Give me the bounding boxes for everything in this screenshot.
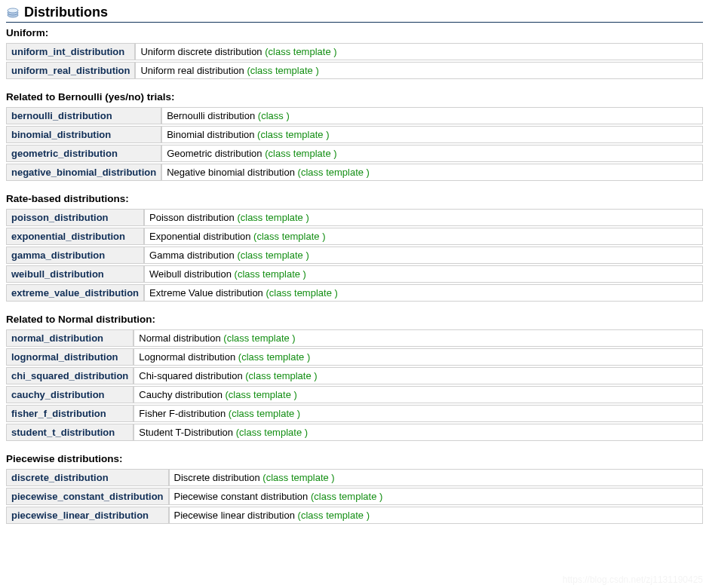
table-row: extreme_value_distributionExtreme Value …: [6, 284, 703, 302]
type-info: (class ): [258, 110, 290, 121]
distribution-link[interactable]: extreme_value_distribution: [11, 287, 139, 299]
section-heading: Piecewise distributions:: [6, 453, 703, 464]
distribution-link[interactable]: binomial_distribution: [11, 129, 111, 140]
type-info: (class template ): [265, 46, 336, 57]
name-cell: exponential_distribution: [6, 228, 144, 245]
distribution-link[interactable]: negative_binomial_distribution: [11, 167, 156, 178]
name-cell: chi_squared_distribution: [6, 367, 134, 384]
description-cell: Discrete distribution (class template ): [169, 469, 703, 486]
type-info: (class template ): [265, 148, 336, 159]
type-info: (class template ): [237, 212, 308, 223]
svg-point-2: [8, 8, 18, 13]
description-text: Weibull distribution: [149, 268, 232, 280]
distribution-link[interactable]: uniform_int_distribution: [11, 46, 124, 57]
description-text: Extreme Value distribution: [149, 287, 263, 299]
type-info: (class template ): [238, 351, 310, 363]
name-cell: negative_binomial_distribution: [6, 164, 161, 181]
distribution-link[interactable]: discrete_distribution: [11, 472, 109, 483]
name-cell: uniform_real_distribution: [6, 62, 135, 79]
type-info: (class template ): [298, 510, 370, 521]
description-cell: Piecewise constant distribution (class t…: [169, 488, 703, 505]
type-info: (class template ): [298, 167, 370, 178]
description-cell: Geometric distribution (class template ): [161, 145, 703, 162]
page-title: Distributions: [24, 5, 108, 20]
distribution-link[interactable]: piecewise_linear_distribution: [11, 510, 149, 521]
description-text: Lognormal distribution: [139, 351, 235, 363]
table-row: binomial_distributionBinomial distributi…: [6, 126, 703, 143]
distribution-table: uniform_int_distributionUniform discrete…: [6, 41, 703, 81]
description-text: Chi-squared distribution: [139, 370, 242, 381]
description-text: Discrete distribution: [174, 472, 260, 483]
table-row: piecewise_constant_distributionPiecewise…: [6, 488, 703, 505]
description-text: Geometric distribution: [167, 148, 262, 159]
table-row: fisher_f_distributionFisher F-distributi…: [6, 405, 703, 422]
distribution-link[interactable]: chi_squared_distribution: [11, 370, 128, 381]
name-cell: normal_distribution: [6, 329, 134, 347]
distribution-link[interactable]: uniform_real_distribution: [11, 65, 130, 76]
type-info: (class template ): [311, 491, 382, 502]
name-cell: piecewise_constant_distribution: [6, 488, 169, 505]
name-cell: student_t_distribution: [6, 424, 134, 441]
description-text: Exponential distribution: [149, 231, 250, 242]
description-text: Gamma distribution: [149, 250, 235, 261]
description-text: Fisher F-distribution: [139, 408, 226, 419]
table-row: poisson_distributionPoisson distribution…: [6, 209, 703, 226]
description-cell: Negative binomial distribution (class te…: [161, 164, 703, 181]
description-cell: Gamma distribution (class template ): [144, 247, 703, 264]
description-cell: Piecewise linear distribution (class tem…: [169, 507, 703, 524]
description-cell: Weibull distribution (class template ): [144, 265, 703, 283]
distribution-link[interactable]: student_t_distribution: [11, 427, 115, 438]
name-cell: extreme_value_distribution: [6, 284, 144, 302]
table-row: exponential_distributionExponential dist…: [6, 228, 703, 245]
description-cell: Normal distribution (class template ): [134, 329, 703, 347]
description-text: Bernoulli distribution: [167, 110, 255, 121]
description-text: Uniform discrete distribution: [140, 46, 262, 57]
description-cell: Student T-Distribution (class template ): [134, 424, 703, 441]
layers-icon: [6, 8, 20, 18]
description-text: Piecewise constant distribution: [174, 491, 308, 502]
description-cell: Poisson distribution (class template ): [144, 209, 703, 226]
distribution-link[interactable]: bernoulli_distribution: [11, 110, 112, 121]
distribution-link[interactable]: gamma_distribution: [11, 250, 105, 261]
description-cell: Extreme Value distribution (class templa…: [144, 284, 703, 302]
section-heading: Related to Bernoulli (yes/no) trials:: [6, 91, 703, 103]
distribution-link[interactable]: piecewise_constant_distribution: [11, 491, 164, 502]
description-cell: Cauchy distribution (class template ): [134, 386, 703, 403]
type-info: (class template ): [265, 287, 337, 299]
name-cell: fisher_f_distribution: [6, 405, 134, 422]
table-row: normal_distributionNormal distribution (…: [6, 329, 703, 347]
type-info: (class template ): [236, 427, 308, 438]
description-cell: Chi-squared distribution (class template…: [134, 367, 703, 384]
distribution-link[interactable]: lognormal_distribution: [11, 351, 118, 363]
description-text: Poisson distribution: [149, 212, 235, 223]
distribution-link[interactable]: cauchy_distribution: [11, 389, 105, 400]
distribution-link[interactable]: normal_distribution: [11, 332, 103, 344]
description-text: Cauchy distribution: [139, 389, 223, 400]
type-info: (class template ): [235, 268, 306, 280]
description-text: Uniform real distribution: [140, 65, 244, 76]
distribution-link[interactable]: fisher_f_distribution: [11, 408, 106, 419]
description-text: Normal distribution: [139, 332, 220, 344]
description-cell: Exponential distribution (class template…: [144, 228, 703, 245]
name-cell: gamma_distribution: [6, 247, 144, 264]
type-info: (class template ): [257, 129, 329, 140]
distribution-link[interactable]: exponential_distribution: [11, 231, 125, 242]
type-info: (class template ): [247, 65, 318, 76]
distribution-link[interactable]: weibull_distribution: [11, 268, 104, 280]
table-row: chi_squared_distributionChi-squared dist…: [6, 367, 703, 384]
name-cell: weibull_distribution: [6, 265, 144, 283]
distribution-table: discrete_distributionDiscrete distributi…: [6, 467, 703, 525]
type-info: (class template ): [226, 389, 297, 400]
distribution-link[interactable]: poisson_distribution: [11, 212, 109, 223]
description-cell: Lognormal distribution (class template ): [134, 348, 703, 366]
table-row: discrete_distributionDiscrete distributi…: [6, 469, 703, 486]
name-cell: cauchy_distribution: [6, 386, 134, 403]
table-row: uniform_real_distributionUniform real di…: [6, 62, 703, 79]
table-row: geometric_distributionGeometric distribu…: [6, 145, 703, 162]
description-cell: Bernoulli distribution (class ): [161, 107, 703, 124]
table-row: cauchy_distributionCauchy distribution (…: [6, 386, 703, 403]
table-row: gamma_distributionGamma distribution (cl…: [6, 247, 703, 264]
description-text: Negative binomial distribution: [167, 167, 295, 178]
distribution-link[interactable]: geometric_distribution: [11, 148, 118, 159]
table-row: piecewise_linear_distributionPiecewise l…: [6, 507, 703, 524]
